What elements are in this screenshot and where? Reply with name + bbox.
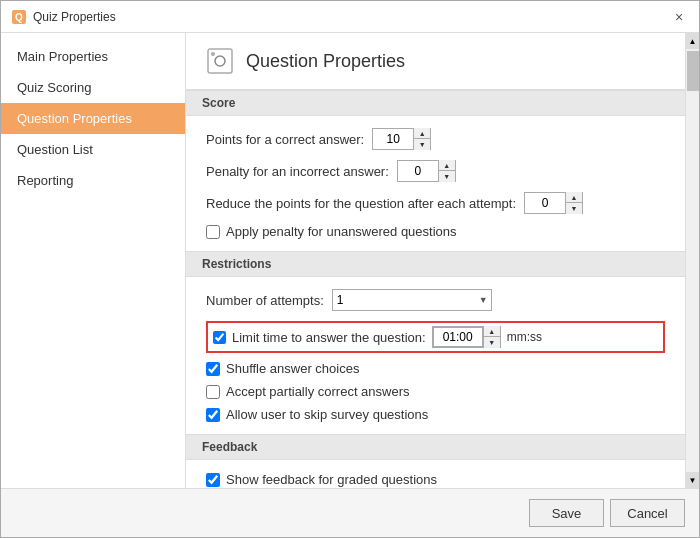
limit-time-spinner: ▲ ▼ xyxy=(432,326,501,348)
titlebar: Q Quiz Properties × xyxy=(1,1,699,33)
partial-correct-row: Accept partially correct answers xyxy=(206,384,665,399)
close-button[interactable]: × xyxy=(669,7,689,27)
sidebar-item-quiz-scoring[interactable]: Quiz Scoring xyxy=(1,72,185,103)
skip-survey-checkbox[interactable] xyxy=(206,408,220,422)
points-correct-down[interactable]: ▼ xyxy=(414,139,430,150)
penalty-incorrect-spinner-buttons: ▲ ▼ xyxy=(438,160,455,182)
save-button[interactable]: Save xyxy=(529,499,604,527)
points-correct-input[interactable] xyxy=(373,129,413,149)
penalty-unanswered-checkbox[interactable] xyxy=(206,225,220,239)
feedback-graded-checkbox[interactable] xyxy=(206,473,220,487)
time-unit-label: mm:ss xyxy=(507,330,542,344)
feedback-graded-row: Show feedback for graded questions xyxy=(206,472,665,487)
titlebar-title: Quiz Properties xyxy=(33,10,116,24)
partial-correct-label: Accept partially correct answers xyxy=(226,384,410,399)
limit-time-down[interactable]: ▼ xyxy=(484,337,500,348)
attempts-row: Number of attempts: 1 2 3 Unlimited ▼ xyxy=(206,289,665,311)
skip-survey-label: Allow user to skip survey questions xyxy=(226,407,428,422)
feedback-section-body: Show feedback for graded questions Show … xyxy=(186,460,685,488)
partial-correct-checkbox[interactable] xyxy=(206,385,220,399)
shuffle-choices-checkbox[interactable] xyxy=(206,362,220,376)
limit-time-spinner-buttons: ▲ ▼ xyxy=(483,326,500,348)
scroll-thumb[interactable] xyxy=(687,51,699,91)
content-wrapper: Question Properties Score Points for a c… xyxy=(186,33,699,488)
points-correct-label: Points for a correct answer: xyxy=(206,132,364,147)
limit-time-checkbox[interactable] xyxy=(213,331,226,344)
quiz-icon: Q xyxy=(11,9,27,25)
points-correct-spinner-buttons: ▲ ▼ xyxy=(413,128,430,150)
titlebar-left: Q Quiz Properties xyxy=(11,9,116,25)
penalty-incorrect-spinner: ▲ ▼ xyxy=(397,160,456,182)
penalty-unanswered-label: Apply penalty for unanswered questions xyxy=(226,224,457,239)
sidebar-item-question-properties[interactable]: Question Properties xyxy=(1,103,185,134)
sidebar-item-reporting[interactable]: Reporting xyxy=(1,165,185,196)
reduce-points-row: Reduce the points for the question after… xyxy=(206,192,665,214)
points-correct-row: Points for a correct answer: ▲ ▼ xyxy=(206,128,665,150)
sidebar-item-question-list[interactable]: Question List xyxy=(1,134,185,165)
limit-time-row: Limit time to answer the question: ▲ ▼ m… xyxy=(206,321,665,353)
scroll-up-button[interactable]: ▲ xyxy=(686,33,700,49)
feedback-graded-label: Show feedback for graded questions xyxy=(226,472,437,487)
reduce-points-input[interactable] xyxy=(525,193,565,213)
feedback-section-header: Feedback xyxy=(186,434,685,460)
restrictions-section-body: Number of attempts: 1 2 3 Unlimited ▼ xyxy=(186,277,685,434)
cancel-button[interactable]: Cancel xyxy=(610,499,685,527)
reduce-points-spinner: ▲ ▼ xyxy=(524,192,583,214)
penalty-incorrect-up[interactable]: ▲ xyxy=(439,160,455,171)
limit-time-input[interactable] xyxy=(433,327,483,347)
main-content: Main Properties Quiz Scoring Question Pr… xyxy=(1,33,699,488)
penalty-incorrect-row: Penalty for an incorrect answer: ▲ ▼ xyxy=(206,160,665,182)
penalty-incorrect-label: Penalty for an incorrect answer: xyxy=(206,164,389,179)
limit-time-label: Limit time to answer the question: xyxy=(232,330,426,345)
reduce-points-down[interactable]: ▼ xyxy=(566,203,582,214)
svg-point-3 xyxy=(215,56,225,66)
score-section-body: Points for a correct answer: ▲ ▼ xyxy=(186,116,685,251)
penalty-incorrect-input[interactable] xyxy=(398,161,438,181)
scrollable-content: Question Properties Score Points for a c… xyxy=(186,33,699,488)
content-area: Question Properties Score Points for a c… xyxy=(186,33,685,488)
penalty-unanswered-row: Apply penalty for unanswered questions xyxy=(206,224,665,239)
shuffle-choices-label: Shuffle answer choices xyxy=(226,361,359,376)
limit-time-up[interactable]: ▲ xyxy=(484,326,500,337)
question-properties-icon xyxy=(206,47,234,75)
points-correct-up[interactable]: ▲ xyxy=(414,128,430,139)
scrollbar: ▲ ▼ xyxy=(685,33,699,488)
reduce-points-label: Reduce the points for the question after… xyxy=(206,196,516,211)
reduce-points-up[interactable]: ▲ xyxy=(566,192,582,203)
restrictions-section: Restrictions Number of attempts: 1 2 3 xyxy=(186,251,685,434)
reduce-points-spinner-buttons: ▲ ▼ xyxy=(565,192,582,214)
restrictions-section-header: Restrictions xyxy=(186,251,685,277)
footer: Save Cancel xyxy=(1,488,699,537)
content-header-title: Question Properties xyxy=(246,51,405,72)
attempts-label: Number of attempts: xyxy=(206,293,324,308)
score-section: Score Points for a correct answer: ▲ ▼ xyxy=(186,90,685,251)
score-section-header: Score xyxy=(186,90,685,116)
content-header: Question Properties xyxy=(186,33,685,90)
sidebar-item-main-properties[interactable]: Main Properties xyxy=(1,41,185,72)
penalty-incorrect-down[interactable]: ▼ xyxy=(439,171,455,182)
skip-survey-row: Allow user to skip survey questions xyxy=(206,407,665,422)
svg-point-4 xyxy=(211,52,215,56)
sidebar: Main Properties Quiz Scoring Question Pr… xyxy=(1,33,186,488)
points-correct-spinner: ▲ ▼ xyxy=(372,128,431,150)
feedback-section: Feedback Show feedback for graded questi… xyxy=(186,434,685,488)
quiz-properties-dialog: Q Quiz Properties × Main Properties Quiz… xyxy=(0,0,700,538)
attempts-select-wrap: 1 2 3 Unlimited ▼ xyxy=(332,289,492,311)
scroll-down-button[interactable]: ▼ xyxy=(686,472,700,488)
attempts-select[interactable]: 1 2 3 Unlimited xyxy=(332,289,492,311)
shuffle-choices-row: Shuffle answer choices xyxy=(206,361,665,376)
svg-text:Q: Q xyxy=(15,12,23,23)
